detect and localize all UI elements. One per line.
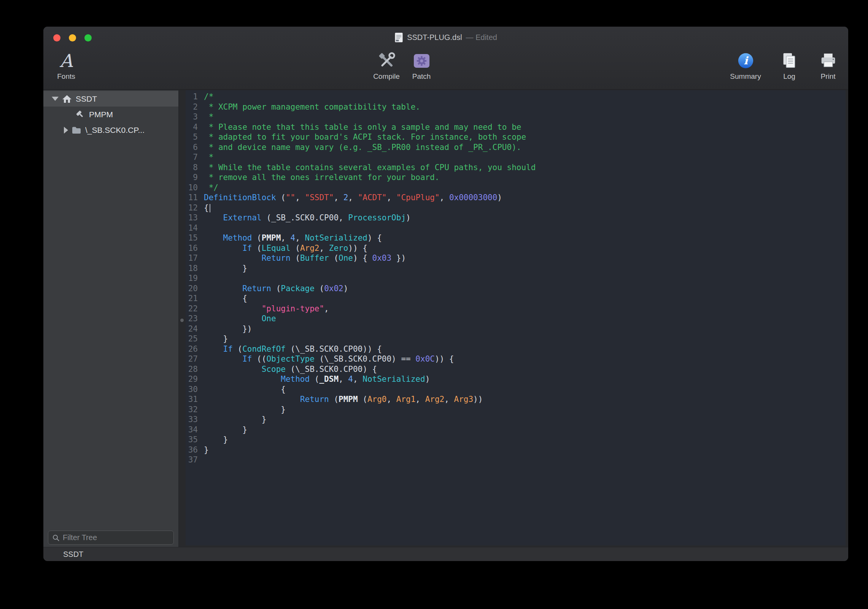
- code-line: 19: [186, 273, 846, 284]
- code-line: 27 If ((ObjectType (\_SB.SCK0.CP00) == 0…: [186, 354, 846, 364]
- split-divider[interactable]: [179, 90, 186, 547]
- disclosure-down-icon[interactable]: [52, 97, 59, 101]
- code-line: 4 * Please note that this table is only …: [186, 122, 846, 132]
- code-line: 36}: [186, 445, 846, 455]
- filter-field[interactable]: [48, 531, 174, 545]
- code-line: 2 * XCPM power management compatibility …: [186, 102, 846, 112]
- line-number: 23: [186, 314, 204, 324]
- window-title-text: SSDT-PLUG.dsl: [407, 33, 462, 42]
- code-text: Return (PMPM (Arg0, Arg1, Arg2, Arg3)): [204, 394, 483, 405]
- code-line: 33 }: [186, 415, 846, 425]
- status-text: SSDT: [63, 550, 83, 559]
- code-text: Return (Buffer (One) { 0x03 }): [204, 253, 406, 263]
- line-number: 9: [186, 172, 204, 183]
- line-number: 4: [186, 122, 204, 132]
- zoom-button[interactable]: [84, 34, 92, 41]
- split-handle[interactable]: [180, 319, 184, 322]
- log-label: Log: [783, 72, 795, 81]
- code-text: * remove all the ones irrelevant for you…: [204, 172, 440, 183]
- code-text: * adapted to fit your board's ACPI stack…: [204, 132, 526, 142]
- line-number: 3: [186, 112, 204, 122]
- line-number: 11: [186, 193, 204, 203]
- line-number: 10: [186, 183, 204, 193]
- status-bar: SSDT: [43, 547, 848, 561]
- line-number: 8: [186, 163, 204, 173]
- line-number: 2: [186, 102, 204, 112]
- line-number: 37: [186, 455, 204, 465]
- code-text: If (LEqual (Arg2, Zero)) {: [204, 243, 367, 253]
- code-line: 14: [186, 223, 846, 233]
- tree-item-label: PMPM: [89, 110, 113, 119]
- method-icon: [75, 110, 85, 119]
- print-button[interactable]: Print: [814, 49, 842, 81]
- sidebar-item-sb-sck0-cp[interactable]: \_SB.SCK0.CP...: [43, 122, 178, 138]
- code-line: 37: [186, 455, 846, 465]
- code-text: * While the table contains several examp…: [204, 163, 536, 173]
- line-number: 21: [186, 293, 204, 304]
- code-line: 13 External (_SB_.SCK0.CP00, ProcessorOb…: [186, 213, 846, 223]
- line-number: 28: [186, 364, 204, 375]
- code-text: * and device name may vary (e.g. _SB_.PR…: [204, 142, 521, 153]
- code-text: If (CondRefOf (\_SB.SCK0.CP00)) {: [204, 344, 382, 354]
- code-text: */: [204, 183, 218, 193]
- print-label: Print: [820, 72, 835, 81]
- code-text: }: [204, 435, 228, 445]
- navigation-tree: SSDT PMPM: [43, 90, 178, 138]
- code-line: 8 * While the table contains several exa…: [186, 163, 846, 173]
- house-icon: [62, 94, 72, 104]
- close-button[interactable]: [53, 34, 60, 41]
- code-line: 24 }): [186, 324, 846, 334]
- line-number: 30: [186, 384, 204, 395]
- code-line: 28 Scope (\_SB.SCK0.CP00) {: [186, 364, 846, 375]
- line-number: 27: [186, 354, 204, 364]
- code-text: }): [204, 324, 252, 334]
- line-number: 31: [186, 394, 204, 405]
- filter-tree-input[interactable]: [63, 533, 170, 542]
- code-text: Return (Package (0x02): [204, 284, 348, 294]
- code-text: }: [204, 263, 247, 274]
- line-number: 6: [186, 142, 204, 153]
- code-line: 30 {: [186, 384, 846, 395]
- titlebar[interactable]: SSDT-PLUG.dsl — Edited: [43, 27, 848, 48]
- line-number: 16: [186, 243, 204, 253]
- code-text: External (_SB_.SCK0.CP00, ProcessorObj): [204, 213, 411, 223]
- summary-button[interactable]: i Summary: [727, 49, 765, 81]
- compile-button[interactable]: Compile: [367, 49, 405, 81]
- tree-item-label: SSDT: [76, 94, 97, 104]
- code-line: 10 */: [186, 183, 846, 193]
- sidebar-item-pmpm[interactable]: PMPM: [43, 107, 178, 122]
- code-text: "plugin-type",: [204, 304, 329, 314]
- code-text: }: [204, 415, 266, 425]
- main-area: SSDT PMPM: [43, 90, 848, 547]
- summary-label: Summary: [730, 72, 761, 81]
- fonts-label: Fonts: [57, 72, 75, 81]
- code-line: 3 *: [186, 112, 846, 122]
- code-text: * Please note that this table is only a …: [204, 122, 521, 132]
- sidebar-item-ssdt[interactable]: SSDT: [43, 91, 178, 107]
- info-icon: i: [737, 49, 754, 72]
- fonts-button[interactable]: A Fonts: [47, 49, 85, 81]
- code-text: One: [204, 314, 276, 324]
- minimize-button[interactable]: [69, 34, 76, 41]
- line-number: 17: [186, 253, 204, 263]
- code-text: {: [204, 203, 210, 213]
- patch-button[interactable]: Patch: [402, 49, 440, 81]
- line-number: 13: [186, 213, 204, 223]
- fonts-icon: A: [60, 52, 73, 70]
- log-button[interactable]: Log: [776, 49, 803, 81]
- printer-icon: [820, 49, 837, 72]
- code-text: }: [204, 425, 247, 435]
- code-editor[interactable]: 1/*2 * XCPM power management compatibili…: [186, 90, 846, 545]
- disclosure-right-icon[interactable]: [64, 127, 68, 134]
- code-lines: 1/*2 * XCPM power management compatibili…: [186, 92, 846, 465]
- line-number: 25: [186, 334, 204, 344]
- code-text: {: [204, 293, 247, 304]
- window-edited-label: — Edited: [466, 33, 497, 42]
- code-line: 17 Return (Buffer (One) { 0x03 }): [186, 253, 846, 263]
- code-line: 1/*: [186, 92, 846, 102]
- code-line: 22 "plugin-type",: [186, 304, 846, 314]
- search-icon: [52, 534, 60, 542]
- code-line: 25 }: [186, 334, 846, 344]
- patch-label: Patch: [412, 72, 431, 81]
- line-number: 34: [186, 425, 204, 435]
